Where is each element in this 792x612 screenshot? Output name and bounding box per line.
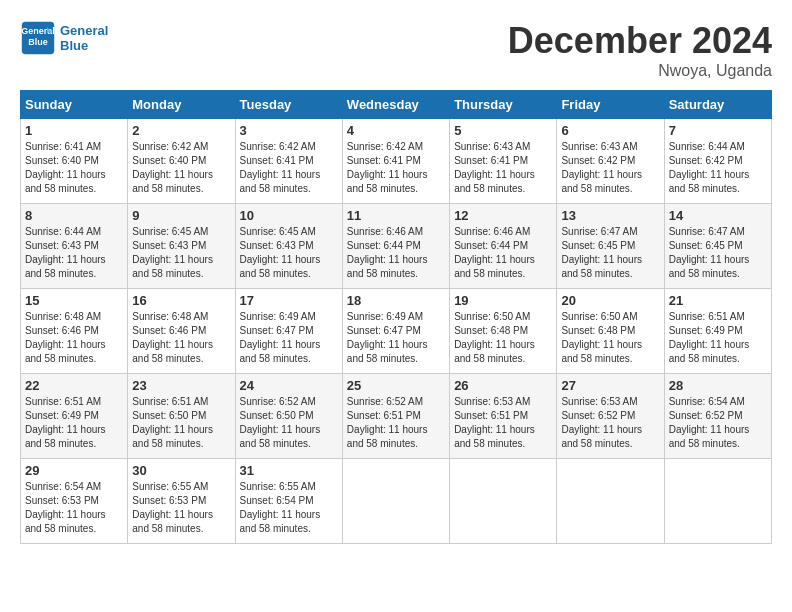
- day-number: 14: [669, 208, 767, 223]
- calendar-cell: 5 Sunrise: 6:43 AM Sunset: 6:41 PM Dayli…: [450, 119, 557, 204]
- calendar-cell: [664, 459, 771, 544]
- day-number: 23: [132, 378, 230, 393]
- day-number: 8: [25, 208, 123, 223]
- day-info: Sunrise: 6:47 AM Sunset: 6:45 PM Dayligh…: [561, 225, 659, 281]
- day-info: Sunrise: 6:42 AM Sunset: 6:41 PM Dayligh…: [240, 140, 338, 196]
- day-info: Sunrise: 6:49 AM Sunset: 6:47 PM Dayligh…: [240, 310, 338, 366]
- calendar-cell: 20 Sunrise: 6:50 AM Sunset: 6:48 PM Dayl…: [557, 289, 664, 374]
- day-info: Sunrise: 6:51 AM Sunset: 6:50 PM Dayligh…: [132, 395, 230, 451]
- calendar-cell: 19 Sunrise: 6:50 AM Sunset: 6:48 PM Dayl…: [450, 289, 557, 374]
- day-info: Sunrise: 6:48 AM Sunset: 6:46 PM Dayligh…: [132, 310, 230, 366]
- day-number: 27: [561, 378, 659, 393]
- calendar-cell: 4 Sunrise: 6:42 AM Sunset: 6:41 PM Dayli…: [342, 119, 449, 204]
- day-info: Sunrise: 6:46 AM Sunset: 6:44 PM Dayligh…: [454, 225, 552, 281]
- day-number: 29: [25, 463, 123, 478]
- header-day-monday: Monday: [128, 91, 235, 119]
- day-number: 5: [454, 123, 552, 138]
- day-number: 25: [347, 378, 445, 393]
- calendar-cell: 31 Sunrise: 6:55 AM Sunset: 6:54 PM Dayl…: [235, 459, 342, 544]
- calendar-cell: 7 Sunrise: 6:44 AM Sunset: 6:42 PM Dayli…: [664, 119, 771, 204]
- day-number: 28: [669, 378, 767, 393]
- calendar-cell: 15 Sunrise: 6:48 AM Sunset: 6:46 PM Dayl…: [21, 289, 128, 374]
- location-subtitle: Nwoya, Uganda: [508, 62, 772, 80]
- day-info: Sunrise: 6:43 AM Sunset: 6:41 PM Dayligh…: [454, 140, 552, 196]
- calendar-table: SundayMondayTuesdayWednesdayThursdayFrid…: [20, 90, 772, 544]
- header-day-sunday: Sunday: [21, 91, 128, 119]
- day-number: 15: [25, 293, 123, 308]
- calendar-cell: 25 Sunrise: 6:52 AM Sunset: 6:51 PM Dayl…: [342, 374, 449, 459]
- day-number: 6: [561, 123, 659, 138]
- day-info: Sunrise: 6:42 AM Sunset: 6:40 PM Dayligh…: [132, 140, 230, 196]
- day-number: 26: [454, 378, 552, 393]
- day-info: Sunrise: 6:45 AM Sunset: 6:43 PM Dayligh…: [240, 225, 338, 281]
- day-info: Sunrise: 6:50 AM Sunset: 6:48 PM Dayligh…: [561, 310, 659, 366]
- calendar-cell: 10 Sunrise: 6:45 AM Sunset: 6:43 PM Dayl…: [235, 204, 342, 289]
- day-info: Sunrise: 6:55 AM Sunset: 6:54 PM Dayligh…: [240, 480, 338, 536]
- page-header: General Blue General Blue December 2024 …: [20, 20, 772, 80]
- day-info: Sunrise: 6:47 AM Sunset: 6:45 PM Dayligh…: [669, 225, 767, 281]
- calendar-cell: 9 Sunrise: 6:45 AM Sunset: 6:43 PM Dayli…: [128, 204, 235, 289]
- svg-text:Blue: Blue: [28, 37, 48, 47]
- calendar-cell: 6 Sunrise: 6:43 AM Sunset: 6:42 PM Dayli…: [557, 119, 664, 204]
- calendar-header: SundayMondayTuesdayWednesdayThursdayFrid…: [21, 91, 772, 119]
- day-info: Sunrise: 6:49 AM Sunset: 6:47 PM Dayligh…: [347, 310, 445, 366]
- day-number: 18: [347, 293, 445, 308]
- day-number: 3: [240, 123, 338, 138]
- logo-text: General: [60, 23, 108, 38]
- calendar-cell: [450, 459, 557, 544]
- calendar-cell: [557, 459, 664, 544]
- day-info: Sunrise: 6:45 AM Sunset: 6:43 PM Dayligh…: [132, 225, 230, 281]
- day-info: Sunrise: 6:54 AM Sunset: 6:52 PM Dayligh…: [669, 395, 767, 451]
- calendar-cell: 3 Sunrise: 6:42 AM Sunset: 6:41 PM Dayli…: [235, 119, 342, 204]
- day-number: 12: [454, 208, 552, 223]
- header-day-thursday: Thursday: [450, 91, 557, 119]
- calendar-body: 1 Sunrise: 6:41 AM Sunset: 6:40 PM Dayli…: [21, 119, 772, 544]
- header-day-friday: Friday: [557, 91, 664, 119]
- day-info: Sunrise: 6:55 AM Sunset: 6:53 PM Dayligh…: [132, 480, 230, 536]
- day-info: Sunrise: 6:51 AM Sunset: 6:49 PM Dayligh…: [669, 310, 767, 366]
- day-number: 2: [132, 123, 230, 138]
- day-number: 4: [347, 123, 445, 138]
- logo-icon: General Blue: [20, 20, 56, 56]
- header-day-wednesday: Wednesday: [342, 91, 449, 119]
- day-number: 22: [25, 378, 123, 393]
- day-number: 13: [561, 208, 659, 223]
- calendar-week-1: 1 Sunrise: 6:41 AM Sunset: 6:40 PM Dayli…: [21, 119, 772, 204]
- calendar-cell: 22 Sunrise: 6:51 AM Sunset: 6:49 PM Dayl…: [21, 374, 128, 459]
- day-number: 9: [132, 208, 230, 223]
- day-info: Sunrise: 6:54 AM Sunset: 6:53 PM Dayligh…: [25, 480, 123, 536]
- day-number: 24: [240, 378, 338, 393]
- calendar-week-2: 8 Sunrise: 6:44 AM Sunset: 6:43 PM Dayli…: [21, 204, 772, 289]
- calendar-cell: 17 Sunrise: 6:49 AM Sunset: 6:47 PM Dayl…: [235, 289, 342, 374]
- calendar-cell: 28 Sunrise: 6:54 AM Sunset: 6:52 PM Dayl…: [664, 374, 771, 459]
- day-info: Sunrise: 6:43 AM Sunset: 6:42 PM Dayligh…: [561, 140, 659, 196]
- calendar-cell: 2 Sunrise: 6:42 AM Sunset: 6:40 PM Dayli…: [128, 119, 235, 204]
- calendar-cell: 27 Sunrise: 6:53 AM Sunset: 6:52 PM Dayl…: [557, 374, 664, 459]
- month-year-title: December 2024: [508, 20, 772, 62]
- day-number: 10: [240, 208, 338, 223]
- calendar-cell: 18 Sunrise: 6:49 AM Sunset: 6:47 PM Dayl…: [342, 289, 449, 374]
- header-row: SundayMondayTuesdayWednesdayThursdayFrid…: [21, 91, 772, 119]
- calendar-cell: 30 Sunrise: 6:55 AM Sunset: 6:53 PM Dayl…: [128, 459, 235, 544]
- header-day-tuesday: Tuesday: [235, 91, 342, 119]
- calendar-cell: 21 Sunrise: 6:51 AM Sunset: 6:49 PM Dayl…: [664, 289, 771, 374]
- calendar-cell: 8 Sunrise: 6:44 AM Sunset: 6:43 PM Dayli…: [21, 204, 128, 289]
- header-day-saturday: Saturday: [664, 91, 771, 119]
- calendar-week-3: 15 Sunrise: 6:48 AM Sunset: 6:46 PM Dayl…: [21, 289, 772, 374]
- day-info: Sunrise: 6:51 AM Sunset: 6:49 PM Dayligh…: [25, 395, 123, 451]
- day-number: 19: [454, 293, 552, 308]
- day-info: Sunrise: 6:52 AM Sunset: 6:51 PM Dayligh…: [347, 395, 445, 451]
- calendar-week-4: 22 Sunrise: 6:51 AM Sunset: 6:49 PM Dayl…: [21, 374, 772, 459]
- logo-blue: Blue: [60, 38, 108, 53]
- day-number: 11: [347, 208, 445, 223]
- calendar-cell: 23 Sunrise: 6:51 AM Sunset: 6:50 PM Dayl…: [128, 374, 235, 459]
- day-info: Sunrise: 6:48 AM Sunset: 6:46 PM Dayligh…: [25, 310, 123, 366]
- calendar-cell: 13 Sunrise: 6:47 AM Sunset: 6:45 PM Dayl…: [557, 204, 664, 289]
- calendar-cell: 14 Sunrise: 6:47 AM Sunset: 6:45 PM Dayl…: [664, 204, 771, 289]
- calendar-cell: 24 Sunrise: 6:52 AM Sunset: 6:50 PM Dayl…: [235, 374, 342, 459]
- calendar-cell: 1 Sunrise: 6:41 AM Sunset: 6:40 PM Dayli…: [21, 119, 128, 204]
- day-info: Sunrise: 6:44 AM Sunset: 6:43 PM Dayligh…: [25, 225, 123, 281]
- day-info: Sunrise: 6:42 AM Sunset: 6:41 PM Dayligh…: [347, 140, 445, 196]
- day-info: Sunrise: 6:44 AM Sunset: 6:42 PM Dayligh…: [669, 140, 767, 196]
- calendar-cell: 16 Sunrise: 6:48 AM Sunset: 6:46 PM Dayl…: [128, 289, 235, 374]
